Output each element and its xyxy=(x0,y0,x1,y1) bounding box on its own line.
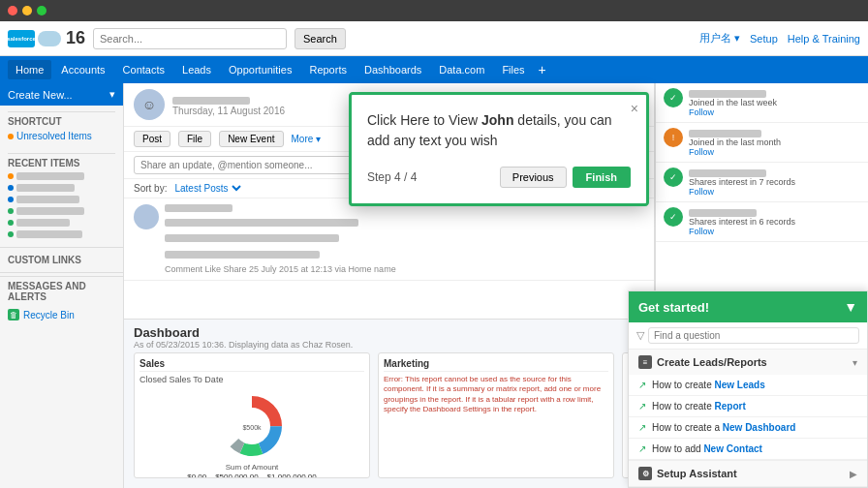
sidebar-recent-item-3[interactable] xyxy=(8,194,115,205)
new-dashboard-icon: ↗ xyxy=(638,422,646,433)
svg-text:$500k: $500k xyxy=(242,424,262,431)
post-meta: Comment Like Share 25 July 2015 at 12:13… xyxy=(165,264,644,274)
new-leads-icon: ↗ xyxy=(638,380,646,390)
nav-opportunities[interactable]: Opportunities xyxy=(221,60,299,79)
nav-leads[interactable]: Leads xyxy=(174,60,219,79)
tooltip-previous-button[interactable]: Previous xyxy=(500,167,567,188)
help-link[interactable]: Help & Training xyxy=(788,33,860,45)
dot-icon xyxy=(8,134,14,139)
post-button[interactable]: Post xyxy=(134,131,170,147)
sidebar-recent-item-6[interactable] xyxy=(8,229,115,240)
nav-dashboards[interactable]: Dashboards xyxy=(356,60,429,79)
more-button[interactable]: More ▾ xyxy=(292,134,322,144)
setup-assistant-section: ⚙ Setup Assistant ▶ xyxy=(629,461,867,487)
donut-container: $500k Sum of Amount xyxy=(218,392,286,460)
search-button[interactable]: Search xyxy=(294,28,346,49)
window-close-btn[interactable] xyxy=(8,6,17,15)
recycle-bin[interactable]: 🗑 Recycle Bin xyxy=(0,306,123,323)
recent-title: Recent Items xyxy=(8,153,115,170)
get-started-chevron: ▼ xyxy=(844,299,857,315)
user-avatar: ☺ xyxy=(134,89,165,120)
nav-plus[interactable]: + xyxy=(535,62,550,77)
tooltip-footer: Step 4 / 4 Previous Finish xyxy=(367,167,631,188)
new-leads-text: How to create New Leads xyxy=(652,380,765,390)
tooltip-close-button[interactable]: × xyxy=(631,101,638,116)
tooltip-finish-button[interactable]: Finish xyxy=(573,167,631,188)
feed-post: Comment Like Share 25 July 2015 at 12:13… xyxy=(124,198,654,281)
follow-btn-4[interactable]: Follow xyxy=(689,227,714,236)
new-dashboard-text: How to create a New Dashboard xyxy=(652,422,795,433)
window-chrome xyxy=(0,0,868,21)
donut-svg: $500k xyxy=(218,392,286,460)
new-contact-text: How to add New Contact xyxy=(652,443,762,454)
custom-links-title: Custom Links xyxy=(0,251,123,269)
sidebar-unresolved[interactable]: Unresolved Items xyxy=(8,129,115,143)
leads-icon: ≡ xyxy=(638,355,652,369)
filter-select[interactable]: Latest Posts xyxy=(170,182,244,195)
sidebar-shortcut: Shortcut Unresolved Items xyxy=(0,106,123,147)
get-started-title: Get started! xyxy=(638,300,709,315)
shortcut-title: Shortcut xyxy=(8,111,115,129)
nav-reports[interactable]: Reports xyxy=(301,60,355,79)
sf-logo-text: salesforce xyxy=(7,36,36,42)
shares-6-icon: ✓ xyxy=(664,207,683,227)
create-leads-title: ≡ Create Leads/Reports xyxy=(638,355,767,369)
shares-6-content: Shares interest in 6 records Follow xyxy=(689,207,860,236)
follow-btn-1[interactable]: Follow xyxy=(689,107,714,117)
setup-assistant-header[interactable]: ⚙ Setup Assistant ▶ xyxy=(629,461,867,486)
gs-item-new-dashboard[interactable]: ↗ How to create a New Dashboard xyxy=(629,417,867,439)
window-minimize-btn[interactable] xyxy=(22,6,32,15)
new-event-button[interactable]: New Event xyxy=(219,131,283,147)
post-content: Comment Like Share 25 July 2015 at 12:13… xyxy=(165,204,644,274)
search-icon: ▽ xyxy=(636,329,644,342)
right-feed-panel: ✓ Joined in the last week Follow ! xyxy=(655,83,868,319)
get-started-search: ▽ xyxy=(629,322,867,350)
nav-accounts[interactable]: Accounts xyxy=(53,60,112,79)
follow-btn-3[interactable]: Follow xyxy=(689,187,714,197)
marketing-title: Marketing xyxy=(384,358,608,372)
sidebar-recent-item-4[interactable] xyxy=(8,205,115,217)
report-text: How to create Report xyxy=(652,401,746,412)
nav-bar: Home Accounts Contacts Leads Opportuniti… xyxy=(0,56,868,83)
sales-column: Sales Closed Sales To Date $500k xyxy=(134,352,370,478)
nav-datacom[interactable]: Data.com xyxy=(431,60,492,79)
follow-btn-2[interactable]: Follow xyxy=(689,147,714,157)
nav-contacts[interactable]: Contacts xyxy=(115,60,172,79)
nav-files[interactable]: Files xyxy=(494,60,532,79)
tooltip-box: × Click Here to View John details, you c… xyxy=(349,92,649,206)
nav-home[interactable]: Home xyxy=(8,60,51,79)
sidebar-recent-item-2[interactable] xyxy=(8,182,115,194)
dashboard-title: Dashboard xyxy=(134,325,353,340)
dot-icon xyxy=(8,231,14,237)
search-input[interactable] xyxy=(93,28,287,49)
get-started-panel: Get started! ▼ ▽ ≡ Create Leads/Reports … xyxy=(628,290,868,488)
right-feed-item-1: ✓ Joined in the last week Follow xyxy=(656,83,868,123)
joined-month-icon: ! xyxy=(664,128,683,147)
create-new-button[interactable]: Create New... ▾ xyxy=(0,83,123,106)
top-bar-right: 用户名 ▾ Setup Help & Training xyxy=(699,31,860,46)
joined-month-content: Joined in the last month Follow xyxy=(689,128,860,157)
user-menu[interactable]: 用户名 ▾ xyxy=(699,31,740,46)
gs-item-report[interactable]: ↗ How to create Report xyxy=(629,396,867,417)
post-avatar xyxy=(134,204,159,229)
rfi-name-2 xyxy=(689,128,860,137)
rfi-name-4 xyxy=(689,207,860,217)
right-feed-item-4: ✓ Shares interest in 6 records Follow xyxy=(656,202,868,242)
sidebar-recent-item-5[interactable] xyxy=(8,217,115,229)
window-maximize-btn[interactable] xyxy=(37,6,46,15)
sidebar: Create New... ▾ Shortcut Unresolved Item… xyxy=(0,83,124,488)
joined-week-content: Joined in the last week Follow xyxy=(689,88,860,117)
sidebar-recent-item-1[interactable] xyxy=(8,170,115,182)
get-started-header[interactable]: Get started! ▼ xyxy=(629,291,867,322)
file-button[interactable]: File xyxy=(178,131,211,147)
get-started-search-input[interactable] xyxy=(648,327,859,344)
setup-icon: ⚙ xyxy=(638,467,652,480)
sales-title: Sales xyxy=(140,358,364,372)
setup-link[interactable]: Setup xyxy=(750,33,778,45)
gs-item-new-contact[interactable]: ↗ How to add New Contact xyxy=(629,439,867,460)
sf-logo-icon: salesforce xyxy=(8,30,35,47)
post-text xyxy=(165,216,644,243)
create-leads-header[interactable]: ≡ Create Leads/Reports ▾ xyxy=(629,350,867,375)
gs-item-new-leads[interactable]: ↗ How to create New Leads xyxy=(629,375,867,396)
rfi-name-3 xyxy=(689,168,860,177)
